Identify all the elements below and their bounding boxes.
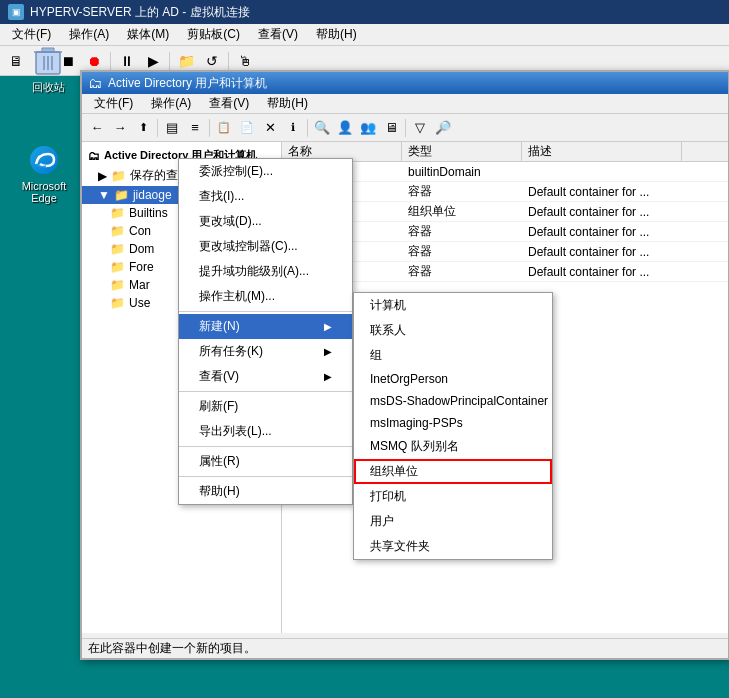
- mar-label: Mar: [129, 278, 150, 292]
- win-btn-detail[interactable]: ≡: [184, 117, 206, 139]
- ctx-new-arrow: ▶: [324, 321, 332, 332]
- outer-menu-bar: 文件(F) 操作(A) 媒体(M) 剪贴板(C) 查看(V) 帮助(H): [0, 24, 729, 46]
- ctx-tasks-arrow: ▶: [324, 346, 332, 357]
- folder-saved: 📁: [111, 169, 126, 183]
- expand-icon2: ▼: [98, 188, 110, 202]
- win-toolbar: ← → ⬆ ▤ ≡ 📋 📄 ✕ ℹ 🔍 👤 👥 🖥 ▽ 🔎: [82, 114, 728, 142]
- win-btn-find[interactable]: 🔍: [311, 117, 333, 139]
- status-text: 在此容器中创建一个新的项目。: [88, 640, 256, 657]
- title-text: HYPERV-SERVER 上的 AD - 虚拟机连接: [30, 4, 250, 21]
- sub-printer[interactable]: 打印机: [354, 484, 552, 509]
- cell-type-5: 容器: [402, 261, 522, 282]
- sep2: [169, 52, 170, 70]
- toolbar-btn-monitor[interactable]: 🖱: [233, 50, 257, 72]
- toolbar-btn-pause[interactable]: ⏸: [115, 50, 139, 72]
- win-btn-query[interactable]: 🔎: [432, 117, 454, 139]
- ctx-view-arrow: ▶: [324, 371, 332, 382]
- sub-inetorgperson[interactable]: InetOrgPerson: [354, 368, 552, 390]
- win-menu-bar: 文件(F) 操作(A) 查看(V) 帮助(H): [82, 94, 728, 114]
- ctx-ops-master[interactable]: 操作主机(M)...: [179, 284, 352, 309]
- win-btn-copy[interactable]: 📋: [213, 117, 235, 139]
- cell-type-4: 容器: [402, 241, 522, 262]
- win-btn-back[interactable]: ←: [86, 117, 108, 139]
- ctx-export[interactable]: 导出列表(L)...: [179, 419, 352, 444]
- cell-desc-0: [522, 170, 682, 174]
- win-btn-delete[interactable]: ✕: [259, 117, 281, 139]
- menu-view[interactable]: 查看(V): [250, 24, 306, 45]
- edge-icon-container[interactable]: Microsoft Edge: [12, 140, 76, 208]
- win-btn-filter[interactable]: ▽: [409, 117, 431, 139]
- menu-media[interactable]: 媒体(M): [119, 24, 177, 45]
- ctx-new[interactable]: 新建(N) ▶: [179, 314, 352, 339]
- cell-desc-4: Default container for ...: [522, 243, 682, 261]
- sub-user[interactable]: 用户: [354, 509, 552, 534]
- cell-type-3: 容器: [402, 221, 522, 242]
- ctx-refresh[interactable]: 刷新(F): [179, 394, 352, 419]
- sep3: [228, 52, 229, 70]
- win-menu-help[interactable]: 帮助(H): [259, 93, 316, 114]
- use-label: Use: [129, 296, 150, 310]
- win-btn-forward[interactable]: →: [109, 117, 131, 139]
- cell-desc-3: Default container for ...: [522, 223, 682, 241]
- win-btn-props[interactable]: ℹ: [282, 117, 304, 139]
- cell-desc-1: Default container for ...: [522, 183, 682, 201]
- folder-con: 📁: [110, 224, 125, 238]
- sub-group[interactable]: 组: [354, 343, 552, 368]
- win-btn-user[interactable]: 👤: [334, 117, 356, 139]
- col-desc[interactable]: 描述: [522, 142, 682, 161]
- ctx-delegate[interactable]: 委派控制(E)...: [179, 159, 352, 184]
- win-menu-action[interactable]: 操作(A): [143, 93, 199, 114]
- ctx-change-domain[interactable]: 更改域(D)...: [179, 209, 352, 234]
- ctx-raise-level[interactable]: 提升域功能级别(A)...: [179, 259, 352, 284]
- context-menu: 委派控制(E)... 查找(I)... 更改域(D)... 更改域控制器(C).…: [178, 158, 353, 505]
- con-label: Con: [129, 224, 151, 238]
- sub-computer[interactable]: 计算机: [354, 293, 552, 318]
- sub-contact[interactable]: 联系人: [354, 318, 552, 343]
- win-menu-view[interactable]: 查看(V): [201, 93, 257, 114]
- win-title: Active Directory 用户和计算机: [108, 75, 267, 92]
- folder-domain: 📁: [114, 188, 129, 202]
- recycle-bin-label: 回收站: [32, 80, 65, 95]
- win-btn-group[interactable]: 👥: [357, 117, 379, 139]
- sep1: [110, 52, 111, 70]
- ctx-sep1: [179, 311, 352, 312]
- cell-desc-5: Default container for ...: [522, 263, 682, 281]
- domain-label: jidaoge: [133, 188, 172, 202]
- sub-msmq[interactable]: MSMQ 队列别名: [354, 434, 552, 459]
- toolbar-btn-folder[interactable]: 📁: [174, 50, 198, 72]
- ctx-sep2: [179, 391, 352, 392]
- win-btn-up[interactable]: ⬆: [132, 117, 154, 139]
- toolbar-btn-refresh[interactable]: ↺: [200, 50, 224, 72]
- edge-image: [28, 144, 60, 176]
- tree-root-icon: 🗂: [88, 149, 100, 163]
- cell-type-2: 组织单位: [402, 201, 522, 222]
- outer-title-bar: ▣ HYPERV-SERVER 上的 AD - 虚拟机连接: [0, 0, 729, 24]
- ctx-help[interactable]: 帮助(H): [179, 479, 352, 504]
- win-btn-list[interactable]: ▤: [161, 117, 183, 139]
- ctx-find[interactable]: 查找(I)...: [179, 184, 352, 209]
- recycle-bin-image: [32, 44, 64, 76]
- sub-msdsshadow[interactable]: msDS-ShadowPrincipalContainer: [354, 390, 552, 412]
- toolbar-btn-rec[interactable]: ⏺: [82, 50, 106, 72]
- ctx-props[interactable]: 属性(R): [179, 449, 352, 474]
- win-sep3: [307, 119, 308, 137]
- win-btn-paste[interactable]: 📄: [236, 117, 258, 139]
- win-btn-computer[interactable]: 🖥: [380, 117, 402, 139]
- expand-icon: ▶: [98, 169, 107, 183]
- sub-msimaging[interactable]: msImaging-PSPs: [354, 412, 552, 434]
- menu-help[interactable]: 帮助(H): [308, 24, 365, 45]
- ctx-change-dc[interactable]: 更改域控制器(C)...: [179, 234, 352, 259]
- ctx-sep3: [179, 446, 352, 447]
- win-title-bar: 🗂 Active Directory 用户和计算机: [82, 72, 728, 94]
- cell-type-1: 容器: [402, 181, 522, 202]
- win-menu-file[interactable]: 文件(F): [86, 93, 141, 114]
- toolbar-btn-play[interactable]: ▶: [141, 50, 165, 72]
- menu-clipboard[interactable]: 剪贴板(C): [179, 24, 248, 45]
- ctx-view[interactable]: 查看(V) ▶: [179, 364, 352, 389]
- sub-ou[interactable]: 组织单位: [354, 459, 552, 484]
- col-type[interactable]: 类型: [402, 142, 522, 161]
- sub-shared-folder[interactable]: 共享文件夹: [354, 534, 552, 559]
- recycle-bin-icon[interactable]: 回收站: [16, 40, 80, 99]
- ctx-all-tasks[interactable]: 所有任务(K) ▶: [179, 339, 352, 364]
- win-sep4: [405, 119, 406, 137]
